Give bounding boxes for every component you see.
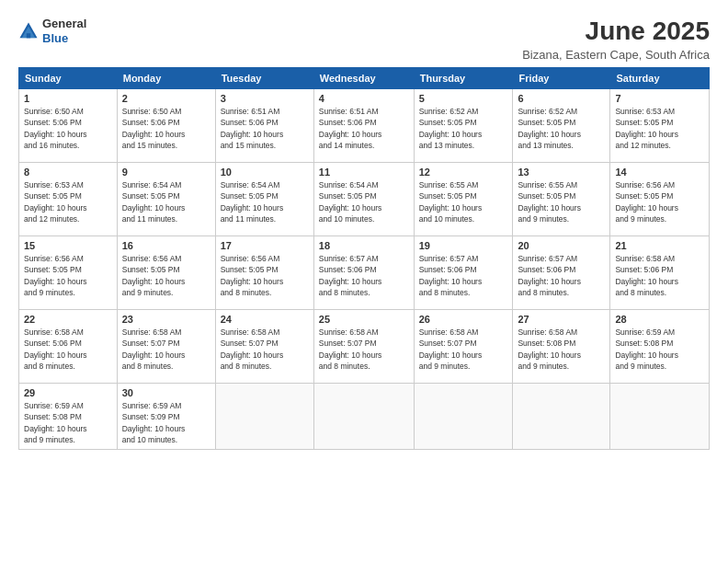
calendar-cell: 30Sunrise: 6:59 AM Sunset: 5:09 PM Dayli…: [117, 384, 215, 450]
logo-icon: [18, 21, 39, 41]
day-number: 11: [319, 167, 409, 178]
day-info: Sunrise: 6:53 AM Sunset: 5:05 PM Dayligh…: [615, 106, 704, 151]
day-info: Sunrise: 6:58 AM Sunset: 5:07 PM Dayligh…: [221, 327, 309, 372]
day-info: Sunrise: 6:55 AM Sunset: 5:05 PM Dayligh…: [419, 179, 508, 224]
calendar-cell: [610, 384, 710, 450]
calendar-cell: 6Sunrise: 6:52 AM Sunset: 5:05 PM Daylig…: [513, 89, 610, 163]
day-info: Sunrise: 6:58 AM Sunset: 5:07 PM Dayligh…: [419, 327, 508, 372]
day-info: Sunrise: 6:58 AM Sunset: 5:06 PM Dayligh…: [24, 327, 112, 372]
calendar-cell: 27Sunrise: 6:58 AM Sunset: 5:08 PM Dayli…: [513, 310, 610, 384]
day-info: Sunrise: 6:58 AM Sunset: 5:06 PM Dayligh…: [615, 253, 704, 298]
day-number: 22: [24, 314, 112, 325]
calendar-table: SundayMondayTuesdayWednesdayThursdayFrid…: [18, 67, 710, 450]
day-number: 7: [615, 93, 704, 104]
calendar-cell: 1Sunrise: 6:50 AM Sunset: 5:06 PM Daylig…: [19, 89, 118, 163]
logo-text: General Blue: [42, 17, 86, 45]
calendar-cell: 2Sunrise: 6:50 AM Sunset: 5:06 PM Daylig…: [117, 89, 215, 163]
day-info: Sunrise: 6:58 AM Sunset: 5:07 PM Dayligh…: [122, 327, 210, 372]
day-number: 10: [221, 167, 309, 178]
calendar-cell: 4Sunrise: 6:51 AM Sunset: 5:06 PM Daylig…: [313, 89, 414, 163]
day-number: 3: [221, 93, 309, 104]
calendar-cell: 25Sunrise: 6:58 AM Sunset: 5:07 PM Dayli…: [313, 310, 414, 384]
calendar-cell: 12Sunrise: 6:55 AM Sunset: 5:05 PM Dayli…: [414, 163, 513, 236]
day-info: Sunrise: 6:51 AM Sunset: 5:06 PM Dayligh…: [221, 106, 309, 151]
svg-rect-2: [27, 33, 30, 38]
day-number: 1: [24, 93, 112, 104]
day-info: Sunrise: 6:56 AM Sunset: 5:05 PM Dayligh…: [24, 253, 112, 298]
calendar-week-4: 22Sunrise: 6:58 AM Sunset: 5:06 PM Dayli…: [19, 310, 710, 384]
calendar-cell: 17Sunrise: 6:56 AM Sunset: 5:05 PM Dayli…: [215, 236, 313, 310]
calendar-cell: 29Sunrise: 6:59 AM Sunset: 5:08 PM Dayli…: [19, 384, 118, 450]
calendar-cell: 9Sunrise: 6:54 AM Sunset: 5:05 PM Daylig…: [117, 163, 215, 236]
calendar-cell: 23Sunrise: 6:58 AM Sunset: 5:07 PM Dayli…: [117, 310, 215, 384]
day-info: Sunrise: 6:57 AM Sunset: 5:06 PM Dayligh…: [419, 253, 508, 298]
day-number: 25: [319, 314, 409, 325]
calendar-cell: [414, 384, 513, 450]
day-number: 24: [221, 314, 309, 325]
day-number: 19: [419, 240, 508, 251]
calendar-cell: 8Sunrise: 6:53 AM Sunset: 5:05 PM Daylig…: [19, 163, 118, 236]
col-header-tuesday: Tuesday: [215, 68, 313, 89]
day-number: 16: [122, 240, 210, 251]
day-info: Sunrise: 6:58 AM Sunset: 5:07 PM Dayligh…: [319, 327, 409, 372]
day-info: Sunrise: 6:52 AM Sunset: 5:05 PM Dayligh…: [518, 106, 605, 151]
col-header-saturday: Saturday: [610, 68, 710, 89]
main-title: June 2025: [522, 17, 710, 46]
day-number: 20: [518, 240, 605, 251]
calendar-cell: 16Sunrise: 6:56 AM Sunset: 5:05 PM Dayli…: [117, 236, 215, 310]
day-number: 27: [518, 314, 605, 325]
day-number: 12: [419, 167, 508, 178]
col-header-sunday: Sunday: [19, 68, 118, 89]
day-number: 21: [615, 240, 704, 251]
day-number: 15: [24, 240, 112, 251]
calendar-cell: [513, 384, 610, 450]
calendar-cell: 22Sunrise: 6:58 AM Sunset: 5:06 PM Dayli…: [19, 310, 118, 384]
day-info: Sunrise: 6:57 AM Sunset: 5:06 PM Dayligh…: [319, 253, 409, 298]
day-info: Sunrise: 6:50 AM Sunset: 5:06 PM Dayligh…: [122, 106, 210, 151]
col-header-thursday: Thursday: [414, 68, 513, 89]
calendar-cell: [313, 384, 414, 450]
calendar-cell: 13Sunrise: 6:55 AM Sunset: 5:05 PM Dayli…: [513, 163, 610, 236]
day-number: 6: [518, 93, 605, 104]
calendar-cell: 28Sunrise: 6:59 AM Sunset: 5:08 PM Dayli…: [610, 310, 710, 384]
calendar-cell: 24Sunrise: 6:58 AM Sunset: 5:07 PM Dayli…: [215, 310, 313, 384]
day-info: Sunrise: 6:54 AM Sunset: 5:05 PM Dayligh…: [122, 179, 210, 224]
day-info: Sunrise: 6:52 AM Sunset: 5:05 PM Dayligh…: [419, 106, 508, 151]
day-info: Sunrise: 6:54 AM Sunset: 5:05 PM Dayligh…: [221, 179, 309, 224]
day-number: 18: [319, 240, 409, 251]
calendar-cell: 5Sunrise: 6:52 AM Sunset: 5:05 PM Daylig…: [414, 89, 513, 163]
logo: General Blue: [18, 17, 86, 45]
calendar-cell: 26Sunrise: 6:58 AM Sunset: 5:07 PM Dayli…: [414, 310, 513, 384]
calendar-cell: 19Sunrise: 6:57 AM Sunset: 5:06 PM Dayli…: [414, 236, 513, 310]
day-number: 28: [615, 314, 704, 325]
col-header-wednesday: Wednesday: [313, 68, 414, 89]
calendar-cell: 7Sunrise: 6:53 AM Sunset: 5:05 PM Daylig…: [610, 89, 710, 163]
day-number: 4: [319, 93, 409, 104]
header: General Blue June 2025 Bizana, Eastern C…: [18, 17, 710, 62]
header-row: SundayMondayTuesdayWednesdayThursdayFrid…: [19, 68, 710, 89]
day-number: 23: [122, 314, 210, 325]
day-number: 8: [24, 167, 112, 178]
logo-blue: Blue: [42, 31, 68, 45]
calendar-week-3: 15Sunrise: 6:56 AM Sunset: 5:05 PM Dayli…: [19, 236, 710, 310]
day-number: 2: [122, 93, 210, 104]
page: General Blue June 2025 Bizana, Eastern C…: [0, 0, 728, 563]
calendar-week-5: 29Sunrise: 6:59 AM Sunset: 5:08 PM Dayli…: [19, 384, 710, 450]
calendar-week-2: 8Sunrise: 6:53 AM Sunset: 5:05 PM Daylig…: [19, 163, 710, 236]
day-info: Sunrise: 6:55 AM Sunset: 5:05 PM Dayligh…: [518, 179, 605, 224]
day-number: 29: [24, 387, 112, 398]
calendar-cell: 15Sunrise: 6:56 AM Sunset: 5:05 PM Dayli…: [19, 236, 118, 310]
day-info: Sunrise: 6:58 AM Sunset: 5:08 PM Dayligh…: [518, 327, 605, 372]
calendar-cell: [215, 384, 313, 450]
col-header-friday: Friday: [513, 68, 610, 89]
day-info: Sunrise: 6:59 AM Sunset: 5:08 PM Dayligh…: [24, 400, 112, 445]
day-info: Sunrise: 6:50 AM Sunset: 5:06 PM Dayligh…: [24, 106, 112, 151]
calendar-cell: 11Sunrise: 6:54 AM Sunset: 5:05 PM Dayli…: [313, 163, 414, 236]
day-info: Sunrise: 6:56 AM Sunset: 5:05 PM Dayligh…: [122, 253, 210, 298]
day-number: 13: [518, 167, 605, 178]
calendar-cell: 10Sunrise: 6:54 AM Sunset: 5:05 PM Dayli…: [215, 163, 313, 236]
day-number: 30: [122, 387, 210, 398]
day-info: Sunrise: 6:56 AM Sunset: 5:05 PM Dayligh…: [221, 253, 309, 298]
day-number: 9: [122, 167, 210, 178]
subtitle: Bizana, Eastern Cape, South Africa: [522, 48, 710, 62]
